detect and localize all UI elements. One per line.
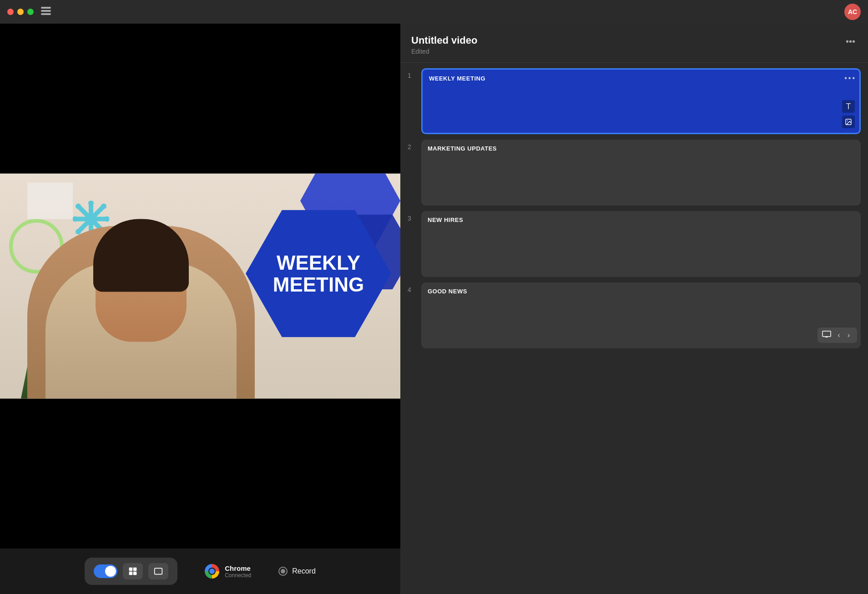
slide-number-1: 1: [408, 68, 416, 79]
slide-number-3: 3: [408, 211, 416, 222]
svg-rect-18: [133, 572, 137, 575]
chrome-name: Chrome: [225, 564, 251, 572]
svg-rect-17: [129, 572, 133, 575]
hex-text: WEEKLY MEETING: [273, 252, 364, 296]
controls-bubble: [85, 558, 177, 585]
record-icon: [278, 567, 288, 576]
bottom-bar: Chrome Connected Record: [0, 549, 400, 594]
record-dot-inner: [281, 569, 285, 574]
text-icon[interactable]: T: [842, 100, 855, 113]
slide-nav-controls: ‹ ›: [818, 327, 857, 343]
slide-number-2: 2: [408, 140, 416, 151]
slide-card-4[interactable]: GOOD NEWS ‹ ›: [421, 282, 861, 348]
slide-item-1: 1 WEEKLY MEETING ••• T: [408, 68, 861, 134]
svg-rect-16: [133, 568, 137, 571]
svg-point-11: [76, 204, 81, 209]
person-area: [0, 228, 282, 399]
slides-list: 1 WEEKLY MEETING ••• T: [400, 63, 868, 594]
slide-more-1[interactable]: •••: [844, 74, 855, 82]
sidebar-title: Untitled video: [411, 35, 477, 46]
title-bar: AC: [0, 0, 868, 24]
wall-poster: [27, 183, 73, 219]
svg-rect-0: [41, 7, 51, 9]
traffic-lights: [7, 9, 34, 15]
maximize-button[interactable]: [27, 9, 34, 15]
record-button[interactable]: Record: [278, 567, 316, 576]
toggle-button[interactable]: [94, 564, 117, 578]
chrome-status: Connected: [225, 572, 251, 579]
sidebar-title-group: Untitled video Edited: [411, 35, 477, 55]
slide-label-1: WEEKLY MEETING: [429, 75, 485, 82]
layout-button-1[interactable]: [123, 563, 143, 579]
svg-point-13: [101, 204, 106, 209]
sidebar-more-button[interactable]: •••: [844, 35, 857, 49]
main-layout: WEEKLY MEETING: [0, 24, 868, 594]
sidebar-subtitle: Edited: [411, 48, 477, 55]
slide-item-3: 3 NEW HIRES: [408, 211, 861, 277]
avatar[interactable]: AC: [844, 4, 861, 20]
svg-point-21: [847, 121, 848, 121]
record-label: Record: [292, 567, 316, 575]
svg-rect-2: [41, 13, 51, 15]
screen-icon: [822, 331, 831, 340]
video-panel: WEEKLY MEETING: [0, 24, 400, 594]
slide-label-4: GOOD NEWS: [428, 288, 467, 295]
slide-card-1[interactable]: WEEKLY MEETING ••• T: [421, 68, 861, 134]
video-frame: WEEKLY MEETING: [0, 174, 400, 399]
sidebar-header: Untitled video Edited •••: [400, 24, 868, 63]
slide-label-3: NEW HIRES: [428, 216, 463, 223]
svg-rect-19: [155, 568, 162, 574]
svg-rect-1: [41, 10, 51, 12]
nav-prev-button[interactable]: ‹: [835, 330, 843, 340]
slide-label-2: MARKETING UPDATES: [428, 145, 497, 152]
minimize-button[interactable]: [17, 9, 24, 15]
chrome-icon: [205, 564, 219, 579]
slide-number-4: 4: [408, 282, 416, 293]
sidebar: Untitled video Edited ••• 1 WEEKLY MEETI…: [400, 24, 868, 594]
image-icon[interactable]: [842, 116, 855, 128]
chrome-text: Chrome Connected: [225, 564, 251, 579]
video-area: WEEKLY MEETING: [0, 24, 400, 549]
video-content: WEEKLY MEETING: [0, 174, 400, 399]
nav-next-button[interactable]: ›: [845, 330, 853, 340]
slide-actions-1: T: [842, 100, 855, 128]
slide-card-3[interactable]: NEW HIRES: [421, 211, 861, 277]
slide-card-2[interactable]: MARKETING UPDATES: [421, 140, 861, 206]
close-button[interactable]: [7, 9, 14, 15]
svg-rect-22: [823, 331, 831, 337]
layout-button-2[interactable]: [148, 563, 168, 579]
slide-item-2: 2 MARKETING UPDATES: [408, 140, 861, 206]
sidebar-toggle-icon[interactable]: [41, 7, 51, 17]
toggle-knob: [105, 566, 116, 577]
svg-rect-15: [129, 568, 133, 571]
chrome-info: Chrome Connected: [205, 564, 251, 579]
slide-item-4: 4 GOOD NEWS ‹ ›: [408, 282, 861, 348]
